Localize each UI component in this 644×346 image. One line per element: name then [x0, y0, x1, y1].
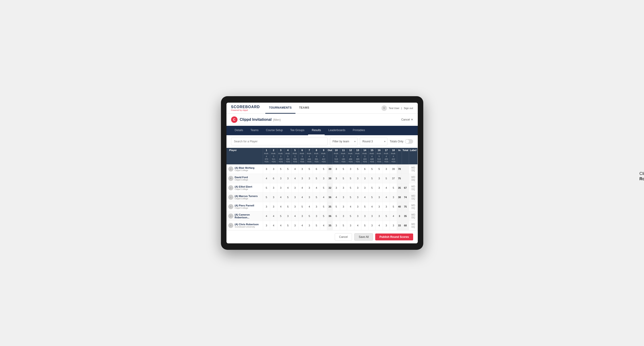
score-h10[interactable]: 4	[333, 192, 340, 202]
search-input[interactable]	[231, 138, 328, 145]
score-h12[interactable]: 4	[347, 202, 354, 211]
dq-label[interactable]: DQ	[412, 197, 415, 200]
score-h17[interactable]: 3	[382, 165, 390, 174]
score-h11[interactable]: 3	[340, 183, 347, 192]
score-h12[interactable]: 5	[347, 173, 354, 183]
dq-label[interactable]: DQ	[412, 169, 415, 172]
score-h15[interactable]: 5	[368, 173, 376, 183]
score-h13[interactable]: 3	[354, 183, 361, 192]
score-h11[interactable]: 3	[340, 211, 347, 221]
score-h5[interactable]: 4	[292, 173, 299, 183]
score-h6[interactable]: 3	[299, 165, 306, 174]
score-h12[interactable]: 5	[347, 183, 354, 192]
score-h7[interactable]: 4	[306, 202, 313, 211]
score-h10[interactable]: 5	[333, 202, 340, 211]
score-h3[interactable]: 4	[277, 202, 284, 211]
dq-label[interactable]: DQ	[412, 188, 415, 190]
score-h6[interactable]: 5	[299, 202, 306, 211]
score-h6[interactable]: 3	[299, 211, 306, 221]
tab-results[interactable]: Results	[308, 126, 325, 135]
score-h2[interactable]: 3	[270, 165, 277, 174]
score-h2[interactable]: 3	[270, 202, 277, 211]
wd-label[interactable]: WD	[411, 195, 415, 197]
score-h14[interactable]: 5	[361, 202, 368, 211]
score-h13[interactable]: 3	[354, 192, 361, 202]
score-h4[interactable]: 3	[284, 173, 292, 183]
score-h17[interactable]: 3	[382, 221, 390, 230]
score-h11[interactable]: 5	[340, 221, 347, 230]
score-h3[interactable]: 5	[277, 165, 284, 174]
dq-label[interactable]: DQ	[412, 226, 415, 228]
score-h9[interactable]: 5	[320, 211, 327, 221]
score-h5[interactable]: 4	[292, 211, 299, 221]
score-h9[interactable]: 3	[320, 173, 327, 183]
score-h13[interactable]: 5	[354, 165, 361, 174]
score-h11[interactable]: 5	[340, 165, 347, 174]
score-h10[interactable]: 3	[333, 165, 340, 174]
score-h7[interactable]: 3	[306, 183, 313, 192]
score-h10[interactable]: 3	[333, 221, 340, 230]
score-h18[interactable]: 4	[390, 211, 397, 221]
score-h2[interactable]: 3	[270, 183, 277, 192]
score-h8[interactable]: 4	[313, 183, 320, 192]
score-h2[interactable]: 4	[270, 221, 277, 230]
score-h14[interactable]: 3	[361, 173, 368, 183]
score-h6[interactable]: 3	[299, 173, 306, 183]
score-h7[interactable]: 5	[306, 211, 313, 221]
round-select[interactable]: Round 3	[360, 138, 388, 145]
score-h1[interactable]: 4	[263, 173, 270, 183]
score-h1[interactable]: 3	[263, 221, 270, 230]
score-h17[interactable]: 5	[382, 173, 390, 183]
score-h12[interactable]: 3	[347, 165, 354, 174]
cancel-button[interactable]: Cancel	[335, 233, 352, 241]
tab-course-setup[interactable]: Course Setup	[262, 126, 286, 135]
wd-label[interactable]: WD	[411, 204, 415, 207]
score-h11[interactable]: 3	[340, 192, 347, 202]
save-all-button[interactable]: Save All	[354, 233, 373, 241]
wd-label[interactable]: WD	[411, 167, 415, 169]
score-h16[interactable]: 3	[376, 192, 382, 202]
score-h18[interactable]: 3	[390, 221, 397, 230]
score-h18[interactable]: 39	[390, 165, 397, 174]
score-h4[interactable]: 4	[284, 183, 292, 192]
score-h5[interactable]: 3	[292, 202, 299, 211]
publish-round-scores-button[interactable]: Publish Round Scores	[375, 233, 413, 240]
tab-details[interactable]: Details	[231, 126, 247, 135]
score-h16[interactable]: 4	[376, 221, 382, 230]
score-h6[interactable]: 4	[299, 192, 306, 202]
wd-label[interactable]: WD	[411, 223, 415, 225]
nav-teams[interactable]: TEAMS	[296, 103, 313, 114]
tournament-cancel-button[interactable]: Cancel ✕	[401, 118, 413, 121]
score-h15[interactable]: 5	[368, 165, 376, 174]
score-h14[interactable]: 3	[361, 183, 368, 192]
score-h4[interactable]: 5	[284, 165, 292, 174]
score-h11[interactable]: 5	[340, 173, 347, 183]
score-h5[interactable]: 3	[292, 221, 299, 230]
score-h3[interactable]: 5	[277, 211, 284, 221]
score-h7[interactable]: 5	[306, 165, 313, 174]
score-h7[interactable]: 3	[306, 221, 313, 230]
score-h9[interactable]: 4	[320, 192, 327, 202]
dq-label[interactable]: DQ	[412, 207, 415, 209]
tab-printables[interactable]: Printables	[349, 126, 368, 135]
score-h1[interactable]: 3	[263, 165, 270, 174]
tab-tee-groups[interactable]: Tee Groups	[286, 126, 308, 135]
dq-label[interactable]: DQ	[412, 216, 415, 219]
filter-team-select[interactable]: Filter by team	[330, 138, 358, 145]
score-h15[interactable]: 3	[368, 211, 376, 221]
score-h8[interactable]: 3	[313, 202, 320, 211]
dq-label[interactable]: DQ	[412, 179, 415, 181]
score-h1[interactable]: 4	[263, 211, 270, 221]
score-h2[interactable]: 6	[270, 173, 277, 183]
score-h16[interactable]: 3	[376, 202, 382, 211]
score-h9[interactable]: 5	[320, 183, 327, 192]
score-h16[interactable]: 3	[376, 211, 382, 221]
score-h16[interactable]: 5	[376, 165, 382, 174]
score-h13[interactable]: 3	[354, 211, 361, 221]
tab-leaderboards[interactable]: Leaderboards	[325, 126, 349, 135]
score-h9[interactable]: 5	[320, 165, 327, 174]
score-h17[interactable]: 5	[382, 211, 390, 221]
score-h3[interactable]: 4	[277, 221, 284, 230]
score-h8[interactable]: 6	[313, 165, 320, 174]
score-h18[interactable]: 5	[390, 183, 397, 192]
